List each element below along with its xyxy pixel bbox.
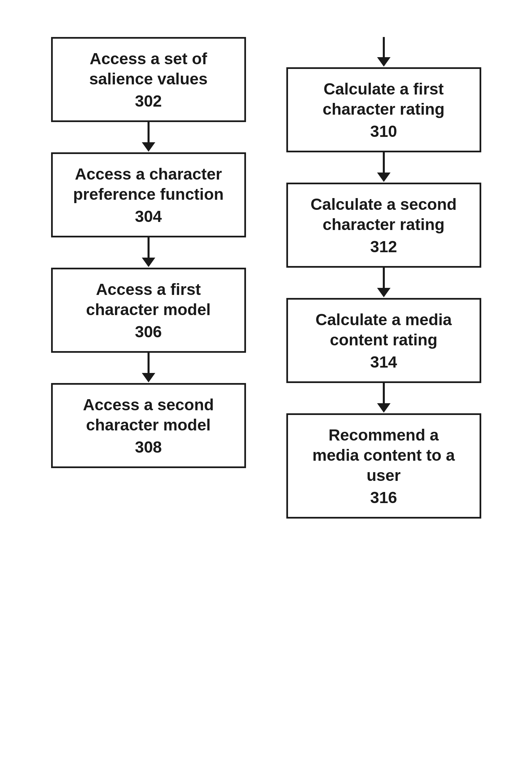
box-306-label: Access a firstcharacter model [86, 279, 211, 320]
box-308: Access a secondcharacter model 308 [51, 383, 246, 468]
box-314: Calculate a mediacontent rating 314 [286, 298, 481, 383]
box-314-number: 314 [370, 353, 397, 371]
box-308-label: Access a secondcharacter model [83, 395, 214, 435]
box-302-number: 302 [135, 92, 162, 110]
box-312: Calculate a secondcharacter rating 312 [286, 183, 481, 268]
top-arrow-shaft [383, 37, 385, 57]
box-304-number: 304 [135, 207, 162, 226]
diagram-container: Access a set ofsalience values 302 Acces… [17, 17, 515, 741]
box-306-number: 306 [135, 323, 162, 341]
box-316-number: 316 [370, 488, 397, 507]
box-304: Access a characterpreference function 30… [51, 152, 246, 237]
box-304-label: Access a characterpreference function [73, 164, 223, 204]
top-entry-arrow [377, 37, 391, 67]
box-310-label: Calculate a firstcharacter rating [323, 79, 445, 119]
top-arrow-head [377, 57, 391, 67]
arrow-304-to-306 [138, 237, 159, 268]
box-310-number: 310 [370, 122, 397, 141]
right-column: Calculate a firstcharacter rating 310 Ca… [280, 37, 488, 519]
box-312-label: Calculate a secondcharacter rating [311, 194, 457, 235]
arrow-302-to-304 [138, 122, 159, 152]
arrow-314-to-316 [374, 383, 394, 413]
arrow-310-to-312 [374, 152, 394, 183]
arrow-306-to-308 [138, 353, 159, 383]
arrow-312-to-314 [374, 268, 394, 298]
box-316-label: Recommend amedia content to auser [312, 425, 455, 486]
box-310: Calculate a firstcharacter rating 310 [286, 67, 481, 152]
box-302-label: Access a set ofsalience values [89, 49, 207, 89]
box-314-label: Calculate a mediacontent rating [316, 310, 452, 350]
box-306: Access a firstcharacter model 306 [51, 268, 246, 353]
box-308-number: 308 [135, 438, 162, 456]
box-312-number: 312 [370, 237, 397, 256]
box-302: Access a set ofsalience values 302 [51, 37, 246, 122]
left-column: Access a set ofsalience values 302 Acces… [44, 37, 253, 468]
box-316: Recommend amedia content to auser 316 [286, 413, 481, 519]
